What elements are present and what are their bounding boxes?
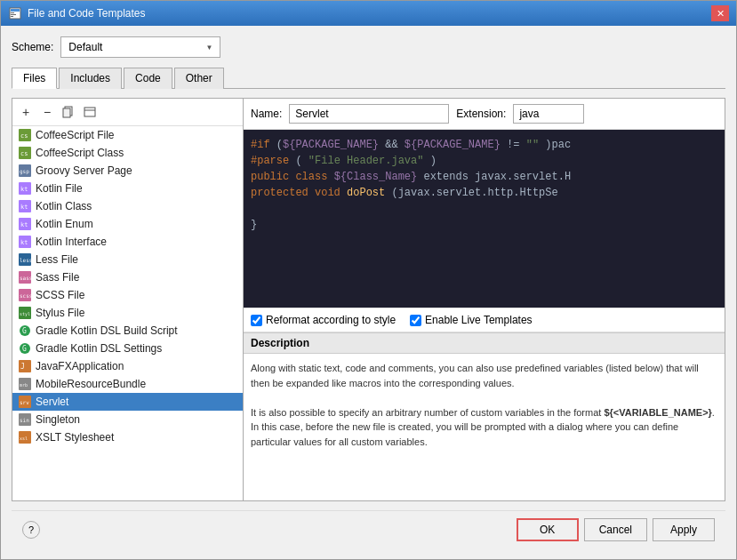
code-editor[interactable]: #if (${PACKAGE_NAME} && ${PACKAGE_NAME} … [244, 130, 725, 308]
file-icon: scss [18, 288, 32, 302]
svg-text:sass: sass [20, 275, 31, 281]
svg-text:kt: kt [20, 221, 28, 228]
svg-text:sin: sin [20, 417, 29, 423]
code-line: #parse ( "File Header.java" ) [251, 153, 717, 169]
list-item[interactable]: xsl XSLT Stylesheet [12, 428, 243, 446]
list-item[interactable]: kt Kotlin Class [12, 197, 243, 215]
add-template-button[interactable]: + [16, 102, 36, 122]
file-icon: gsp [18, 164, 32, 178]
description-header: Description [244, 333, 725, 354]
dialog-content: Scheme: Default ▼ Files Includes Code Ot… [1, 26, 736, 559]
reformat-checkbox[interactable] [251, 315, 262, 326]
title-bar: File and Code Templates ✕ [1, 1, 736, 26]
right-panel: Name: Extension: #if (${PACKAGE_NAME} &&… [244, 99, 725, 500]
list-item[interactable]: cs CoffeeScript File [12, 126, 243, 144]
tab-files[interactable]: Files [12, 68, 57, 89]
reformat-label: Reformat according to style [266, 314, 396, 326]
file-toolbar: + − [12, 99, 243, 126]
button-row: ? OK Cancel Apply [12, 510, 725, 548]
list-item-label: Kotlin Interface [36, 236, 107, 248]
svg-text:cs: cs [20, 150, 28, 157]
svg-text:mrb: mrb [20, 382, 28, 388]
ext-label: Extension: [456, 108, 506, 120]
reformat-checkbox-label[interactable]: Reformat according to style [251, 314, 396, 326]
description-section: Description Along with static text, code… [244, 332, 725, 469]
svg-text:gsp: gsp [20, 168, 29, 175]
cancel-button[interactable]: Cancel [584, 518, 647, 541]
list-item-label: Less File [36, 253, 78, 266]
list-item-label: MobileResourceBundle [36, 378, 146, 390]
file-icon: kt [18, 217, 32, 231]
list-item[interactable]: gsp Groovy Server Page [12, 162, 243, 180]
file-icon: kt [18, 199, 32, 213]
tab-other[interactable]: Other [174, 68, 224, 89]
apply-button[interactable]: Apply [653, 518, 715, 541]
code-line: public class ${Class_Name} extends javax… [251, 169, 717, 185]
svg-text:kt: kt [20, 186, 28, 193]
file-icon: cs [18, 146, 32, 160]
list-item[interactable]: scss SCSS File [12, 286, 243, 304]
list-item[interactable]: cs CoffeeScript Class [12, 144, 243, 162]
file-icon: cs [18, 128, 32, 142]
tab-code[interactable]: Code [124, 68, 172, 89]
list-item[interactable]: sin Singleton [12, 411, 243, 428]
svg-rect-2 [11, 12, 14, 13]
options-row: Reformat according to style Enable Live … [244, 308, 725, 332]
code-line: } [251, 217, 717, 233]
list-item[interactable]: J JavaFXApplication [12, 357, 243, 375]
list-item-label: Stylus File [36, 307, 84, 319]
list-item-label: Kotlin Class [36, 200, 92, 212]
live-templates-checkbox-label[interactable]: Enable Live Templates [410, 314, 533, 326]
svg-rect-7 [84, 108, 95, 116]
file-icon: xsl [18, 430, 32, 444]
list-item-label: Singleton [36, 413, 80, 426]
ext-input[interactable] [513, 104, 584, 124]
help-button[interactable]: ? [22, 521, 40, 539]
svg-text:less: less [20, 257, 31, 263]
list-item-servlet[interactable]: srv Servlet [12, 393, 243, 411]
file-icon: less [18, 252, 32, 267]
list-item[interactable]: less Less File [12, 251, 243, 268]
remove-template-button[interactable]: − [37, 102, 57, 122]
list-item-label: CoffeeScript File [36, 129, 114, 141]
name-input[interactable] [289, 104, 449, 124]
list-item-label: XSLT Stylesheet [36, 431, 114, 444]
scheme-dropdown[interactable]: Default ▼ [60, 36, 220, 58]
svg-rect-1 [11, 9, 20, 12]
list-item-label: CoffeeScript Class [36, 147, 124, 159]
file-icon: srv [18, 395, 32, 409]
list-item[interactable]: kt Kotlin Interface [12, 233, 243, 251]
list-item-label: Kotlin File [36, 182, 83, 195]
live-templates-checkbox[interactable] [410, 315, 421, 326]
list-item[interactable]: mrb MobileResourceBundle [12, 375, 243, 393]
live-templates-label: Enable Live Templates [425, 314, 533, 326]
list-item-label: SCSS File [36, 289, 84, 301]
scheme-label: Scheme: [12, 41, 53, 53]
chevron-down-icon: ▼ [205, 44, 212, 52]
list-item[interactable]: kt Kotlin Enum [12, 215, 243, 233]
svg-text:kt: kt [20, 204, 28, 211]
main-area: + − [12, 98, 725, 501]
svg-text:kt: kt [20, 239, 28, 246]
name-ext-row: Name: Extension: [244, 99, 725, 130]
svg-text:xsl: xsl [20, 436, 28, 441]
list-item[interactable]: G Gradle Kotlin DSL Build Script [12, 322, 243, 340]
question-icon: ? [28, 524, 34, 535]
description-body: Along with static text, code and comment… [244, 354, 725, 469]
file-icon: kt [18, 235, 32, 249]
move-template-button[interactable] [80, 102, 100, 122]
svg-rect-3 [11, 14, 16, 15]
list-item[interactable]: sass Sass File [12, 268, 243, 286]
file-icon: G [18, 324, 32, 338]
file-list: cs CoffeeScript File cs CoffeeScript Cla… [12, 126, 243, 500]
list-item[interactable]: kt Kotlin File [12, 180, 243, 197]
file-icon: G [18, 341, 32, 356]
tab-includes[interactable]: Includes [59, 68, 122, 89]
scheme-value: Default [68, 41, 102, 53]
list-item-label: Groovy Server Page [36, 164, 132, 177]
ok-button[interactable]: OK [517, 518, 579, 541]
close-button[interactable]: ✕ [711, 5, 729, 21]
list-item[interactable]: G Gradle Kotlin DSL Settings [12, 340, 243, 357]
copy-template-button[interactable] [59, 102, 78, 122]
list-item[interactable]: styl Stylus File [12, 304, 243, 322]
